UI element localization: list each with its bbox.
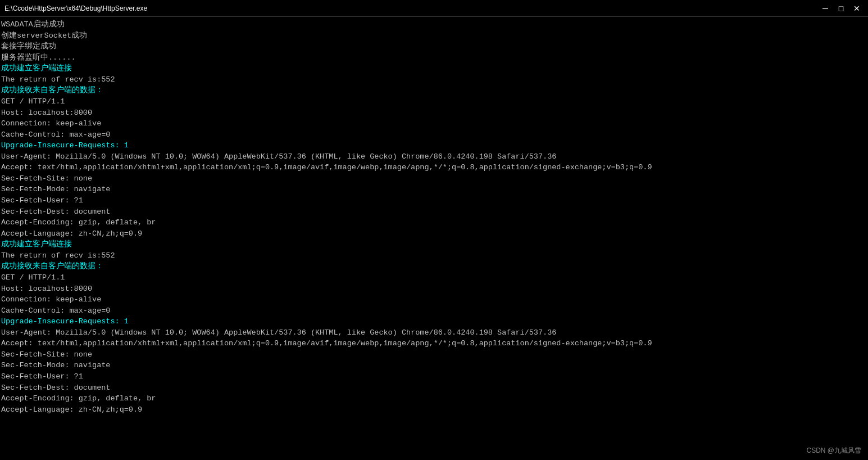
console-line: 套接字绑定成功	[0, 41, 868, 52]
console-line: 成功建立客户端连接	[0, 63, 868, 74]
title-bar-controls: ─ □ ✕	[819, 3, 864, 14]
console-line: 成功接收来自客户端的数据：	[0, 85, 868, 96]
minimize-button[interactable]: ─	[819, 3, 832, 14]
console-line: Cache-Control: max-age=0	[0, 305, 868, 317]
console-line: Sec-Fetch-Mode: navigate	[0, 360, 868, 371]
console-line: Upgrade-Insecure-Requests: 1	[0, 140, 868, 151]
console-line: Sec-Fetch-Dest: document	[0, 382, 868, 394]
console-line: The return of recv is:552	[0, 74, 868, 85]
console-line: Sec-Fetch-Dest: document	[0, 206, 868, 218]
console-line: Accept-Language: zh-CN,zh;q=0.9	[0, 404, 868, 416]
console-line: Sec-Fetch-User: ?1	[0, 195, 868, 206]
console-line: Sec-Fetch-Site: none	[0, 173, 868, 184]
console-line: 成功建立客户端连接	[0, 239, 868, 250]
watermark: CSDN @九城风雪	[806, 446, 861, 456]
console-line: Cache-Control: max-age=0	[0, 129, 868, 141]
console-area: WSADATA启动成功创建serverSocket成功套接字绑定成功服务器监听中…	[0, 17, 868, 460]
console-line: Accept-Encoding: gzip, deflate, br	[0, 217, 868, 228]
console-line: Connection: keep-alive	[0, 294, 868, 305]
console-line: Upgrade-Insecure-Requests: 1	[0, 316, 868, 327]
console-line: User-Agent: Mozilla/5.0 (Windows NT 10.0…	[0, 327, 868, 339]
console-line: Sec-Fetch-Mode: navigate	[0, 184, 868, 195]
console-line: The return of recv is:552	[0, 250, 868, 261]
console-line: Accept-Language: zh-CN,zh;q=0.9	[0, 228, 868, 240]
console-line: WSADATA启动成功	[0, 19, 868, 30]
console-line: GET / HTTP/1.1	[0, 96, 868, 107]
console-line: 创建serverSocket成功	[0, 30, 868, 42]
restore-button[interactable]: □	[834, 3, 848, 14]
console-line: GET / HTTP/1.1	[0, 272, 868, 283]
console-line: Sec-Fetch-User: ?1	[0, 371, 868, 382]
console-line: Accept-Encoding: gzip, deflate, br	[0, 393, 868, 404]
console-line: Host: localhost:8000	[0, 107, 868, 119]
title-bar: E:\Ccode\HttpServer\x64\Debug\HttpServer…	[0, 0, 868, 17]
title-bar-text: E:\Ccode\HttpServer\x64\Debug\HttpServer…	[4, 4, 147, 12]
console-line: Connection: keep-alive	[0, 118, 868, 129]
console-line: User-Agent: Mozilla/5.0 (Windows NT 10.0…	[0, 151, 868, 163]
console-line: 成功接收来自客户端的数据：	[0, 261, 868, 272]
console-line: Host: localhost:8000	[0, 283, 868, 295]
console-line: Sec-Fetch-Site: none	[0, 349, 868, 360]
console-line: Accept: text/html,application/xhtml+xml,…	[0, 162, 868, 173]
console-line: Accept: text/html,application/xhtml+xml,…	[0, 338, 868, 349]
console-line: 服务器监听中......	[0, 52, 868, 64]
close-button[interactable]: ✕	[850, 3, 864, 14]
